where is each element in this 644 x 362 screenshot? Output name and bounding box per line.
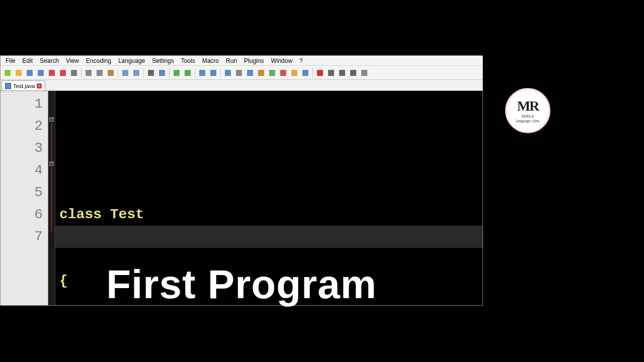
monitor-icon[interactable] [300,68,310,78]
menu-macro[interactable]: Macro [199,56,222,65]
doc-map-icon[interactable] [267,68,277,78]
logo-subtext: language class [516,119,539,123]
logo-text: MR [517,98,539,114]
save-all-icon[interactable] [36,68,46,78]
line-number: 4 [1,159,43,182]
tab-active[interactable]: Test.java × [2,80,45,90]
menu-file[interactable]: File [3,56,18,65]
toolbar-separator [220,68,221,77]
toolbar-separator [169,68,170,77]
redo-icon[interactable] [131,68,141,78]
record-icon[interactable] [315,68,325,78]
line-number: 5 [1,182,43,204]
toolbar-separator [81,68,82,77]
line-number: 1 [1,93,43,115]
folder-icon[interactable] [289,68,299,78]
wordwrap-icon[interactable] [223,68,233,78]
func-list-icon[interactable] [278,68,288,78]
close-icon[interactable] [47,68,57,78]
save-icon[interactable] [25,68,35,78]
menu-tools[interactable]: Tools [178,56,198,65]
replace-icon[interactable] [157,68,167,78]
code-line: class Test [59,204,478,226]
fold-toggle-icon[interactable] [49,117,54,122]
menu-run[interactable]: Run [223,56,240,65]
line-number: 3 [1,137,43,159]
menu-plugins[interactable]: Plugins [241,56,267,65]
line-number: 7 [1,226,43,248]
tab-filename: Test.java [13,83,35,89]
print-icon[interactable] [69,68,79,78]
zoom-in-icon[interactable] [172,68,182,78]
copy-icon[interactable] [95,68,105,78]
menu-edit[interactable]: Edit [19,56,36,65]
toolbar-separator [195,68,195,77]
toolbar-separator [143,68,144,77]
tabbar: Test.java × [1,80,482,91]
undo-icon[interactable] [120,68,130,78]
toolbar-separator [312,68,313,77]
fold-toggle-icon[interactable] [49,161,54,166]
logo-subtext: MrRich [522,114,534,119]
video-frame: File Edit Search View Encoding Language … [0,0,644,362]
toolbar [1,66,482,80]
save-macro-icon[interactable] [359,68,369,78]
play-multi-icon[interactable] [348,68,358,78]
open-file-icon[interactable] [14,68,24,78]
file-icon [5,83,11,89]
indent-guide-icon[interactable] [245,68,255,78]
allchars-icon[interactable] [234,68,244,78]
menu-help[interactable]: ? [296,56,306,65]
stop-icon[interactable] [326,68,336,78]
menu-window[interactable]: Window [268,56,295,65]
video-title-overlay: First Program [0,261,483,308]
menu-language[interactable]: Language [115,56,148,65]
line-number: 6 [1,204,43,226]
find-icon[interactable] [146,68,156,78]
menu-view[interactable]: View [63,56,82,65]
cut-icon[interactable] [84,68,94,78]
menu-encoding[interactable]: Encoding [83,56,114,65]
sync-h-icon[interactable] [208,68,218,78]
menubar: File Edit Search View Encoding Language … [1,56,482,66]
line-number: 2 [1,115,43,137]
menu-search[interactable]: Search [37,56,62,65]
zoom-out-icon[interactable] [183,68,193,78]
fold-line [51,122,52,233]
sync-v-icon[interactable] [197,68,207,78]
new-file-icon[interactable] [3,68,13,78]
play-icon[interactable] [337,68,347,78]
menu-settings[interactable]: Settings [149,56,177,65]
close-all-icon[interactable] [58,68,68,78]
channel-logo: MR MrRich language class [505,88,550,133]
lang-icon[interactable] [256,68,266,78]
toolbar-separator [118,68,118,77]
paste-icon[interactable] [106,68,116,78]
tab-close-icon[interactable]: × [37,83,42,88]
